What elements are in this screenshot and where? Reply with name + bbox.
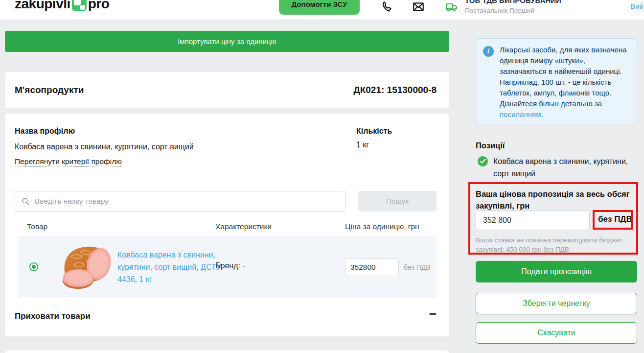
product-brand: Бренд: - xyxy=(215,261,245,270)
product-search-field[interactable] xyxy=(15,191,345,212)
category-card: М'ясопродукти ДК021: 15130000-8 xyxy=(5,72,449,108)
bid-budget-hint: Ваша ставка не повинна перевищувати бюдж… xyxy=(476,235,624,254)
logo-icon xyxy=(72,0,87,11)
search-button[interactable]: Пошук xyxy=(358,191,437,212)
profile-name-label: Назва профілю xyxy=(15,127,75,136)
profile-card: Назва профілю Ковбаса варена з свинини, … xyxy=(5,114,449,336)
logo[interactable]: zakupivli pro xyxy=(15,0,109,12)
column-header-unit-price: Ціна за одиницю, грн xyxy=(345,222,419,231)
bid-label: Ваша цінова пропозиція за весь обсяг зак… xyxy=(476,188,633,212)
user-block[interactable]: ТОВ ТДВ ВИПРОБУВАНИЙ Постачальник Перший xyxy=(465,0,592,14)
column-header-characteristics: Характеристики xyxy=(215,222,272,231)
search-input[interactable] xyxy=(30,191,345,211)
info-note-body: Лікарські засоби, для яких визначена оди… xyxy=(500,46,627,108)
next-card-edge xyxy=(5,351,449,353)
view-profile-criteria-link[interactable]: Переглянути критерії профілю xyxy=(15,157,122,166)
user-name: ТОВ ТДВ ВИПРОБУВАНИЙ xyxy=(465,0,592,4)
top-header: zakupivli pro Допомогти ЗСУ ТОВ ТДВ ВИПР… xyxy=(0,0,644,20)
save-draft-button[interactable]: Зберегти чернетку xyxy=(476,293,637,314)
info-note: i Лікарські засоби, для яких визначена о… xyxy=(476,38,637,124)
info-note-text: Лікарські засоби, для яких визначена оди… xyxy=(500,45,631,120)
collapse-minus-icon[interactable]: − xyxy=(429,306,437,322)
total-bid-input[interactable] xyxy=(476,211,590,230)
info-icon: i xyxy=(483,46,494,57)
cancel-button[interactable]: Скасувати xyxy=(476,322,637,344)
logo-text-right: pro xyxy=(88,0,110,12)
product-radio-selected[interactable] xyxy=(29,262,38,271)
position-check-icon xyxy=(478,156,488,166)
category-title: М'ясопродукти xyxy=(15,85,84,95)
phone-icon[interactable] xyxy=(381,0,393,13)
logout-link[interactable]: Вийти xyxy=(630,2,644,10)
category-code: ДК021: 15130000-8 xyxy=(353,85,437,95)
bid-vat-label: без ПДВ xyxy=(598,214,632,224)
info-note-suffix: . xyxy=(541,110,543,118)
unit-price-vat-note: без ПДВ xyxy=(404,263,431,271)
logo-text-left: zakupivli xyxy=(15,0,70,12)
info-note-link[interactable]: посиланням xyxy=(500,110,541,118)
help-army-button[interactable]: Допомогти ЗСУ xyxy=(279,0,360,15)
column-header-product: Товар xyxy=(27,222,47,231)
table-row: Ковбаса варена з свинини, курятини, сорт… xyxy=(18,236,437,298)
quantity-value: 1 кг xyxy=(356,141,369,149)
position-item: Ковбаса варена з свинини, курятини, сорт… xyxy=(493,155,638,180)
product-link[interactable]: Ковбаса варена з свинини, курятини, сорт… xyxy=(117,249,226,285)
hide-products-label[interactable]: Приховати товари xyxy=(15,311,91,321)
import-unit-price-button[interactable]: Імпортувати ціну за одиницю xyxy=(5,31,449,52)
user-role: Постачальник Перший xyxy=(465,7,592,14)
positions-title: Позиції xyxy=(476,141,505,150)
search-icon xyxy=(21,197,30,206)
quantity-label: Кількість xyxy=(356,127,392,136)
submit-proposal-button[interactable]: Подати пропозицію xyxy=(476,261,637,282)
product-image-sausage xyxy=(56,242,117,292)
unit-price-input[interactable] xyxy=(345,259,399,276)
delivery-truck-icon[interactable] xyxy=(445,0,458,13)
profile-name-value: Ковбаса варена з свинини, курятини, сорт… xyxy=(15,142,194,151)
mail-icon[interactable] xyxy=(412,0,425,13)
